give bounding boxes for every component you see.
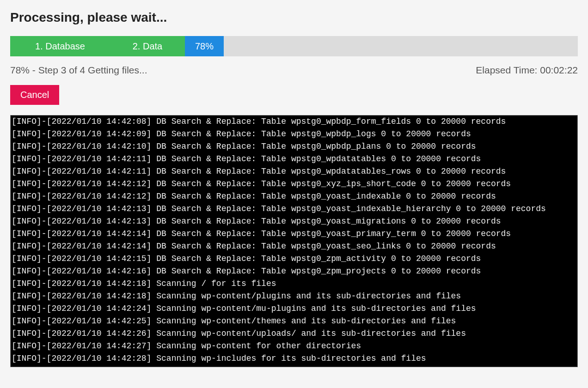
log-line: [INFO]-[2022/01/10 14:42:11] DB Search &… xyxy=(12,153,578,165)
log-line: [INFO]-[2022/01/10 14:42:12] DB Search &… xyxy=(12,178,578,190)
log-line: [INFO]-[2022/01/10 14:42:18] Scanning / … xyxy=(12,278,578,290)
log-line: [INFO]-[2022/01/10 14:42:08] DB Search &… xyxy=(12,115,578,128)
log-line: [INFO]-[2022/01/10 14:42:16] DB Search &… xyxy=(12,265,578,278)
log-line: [INFO]-[2022/01/10 14:42:13] DB Search &… xyxy=(12,203,578,215)
log-line: [INFO]-[2022/01/10 14:42:13] DB Search &… xyxy=(12,215,578,228)
status-step-label: 78% - Step 3 of 4 Getting files... xyxy=(10,65,147,76)
log-line: [INFO]-[2022/01/10 14:42:27] Scanning wp… xyxy=(12,340,578,352)
log-line: [INFO]-[2022/01/10 14:42:14] DB Search &… xyxy=(12,240,578,253)
progress-segment-database: 1. Database xyxy=(10,36,110,56)
log-line: [INFO]-[2022/01/10 14:42:28] Scanning wp… xyxy=(12,352,578,365)
log-line: [INFO]-[2022/01/10 14:42:09] DB Search &… xyxy=(12,128,578,140)
status-elapsed-label: Elapsed Time: 00:02:22 xyxy=(476,65,578,76)
log-line: [INFO]-[2022/01/10 14:42:18] Scanning wp… xyxy=(12,290,578,303)
log-line: [INFO]-[2022/01/10 14:42:24] Scanning wp… xyxy=(12,303,578,315)
log-line: [INFO]-[2022/01/10 14:42:15] DB Search &… xyxy=(12,253,578,265)
progress-segment-data: 2. Data xyxy=(110,36,185,56)
log-line: [INFO]-[2022/01/10 14:42:25] Scanning wp… xyxy=(12,315,578,327)
log-line: [INFO]-[2022/01/10 14:42:12] DB Search &… xyxy=(12,190,578,203)
log-line: [INFO]-[2022/01/10 14:42:26] Scanning wp… xyxy=(12,327,578,340)
log-line: [INFO]-[2022/01/10 14:42:11] DB Search &… xyxy=(12,165,578,178)
log-line: [INFO]-[2022/01/10 14:42:10] DB Search &… xyxy=(12,140,578,153)
log-output[interactable]: [INFO]-[2022/01/10 14:42:08] DB Search &… xyxy=(10,115,578,367)
progress-bar: 1. Database 2. Data 78% xyxy=(10,36,578,56)
progress-segment-percent: 78% xyxy=(185,36,224,56)
log-line: [INFO]-[2022/01/10 14:42:14] DB Search &… xyxy=(12,228,578,240)
page-title: Processing, please wait... xyxy=(10,10,578,25)
cancel-button[interactable]: Cancel xyxy=(10,85,59,105)
